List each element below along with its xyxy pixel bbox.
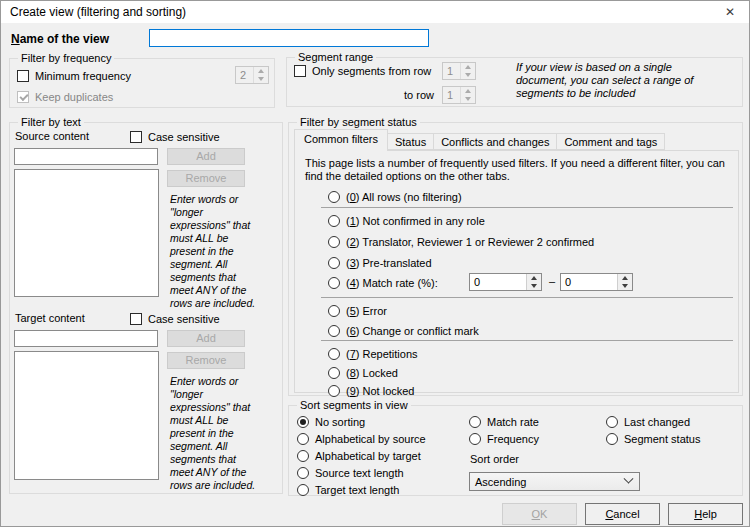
- dialog-title: Create view (filtering and sorting): [10, 1, 186, 23]
- separator: [321, 297, 733, 298]
- spinner-value: 1: [443, 63, 460, 79]
- spinner-value: 2: [236, 67, 253, 83]
- segment-status-tabs: Common filters Status Conflicts and chan…: [294, 129, 665, 151]
- sort-option-frequency[interactable]: Frequency: [469, 431, 539, 446]
- view-name-input[interactable]: [149, 29, 429, 47]
- filter-option-label: (5) Error: [346, 305, 387, 317]
- close-icon: ✕: [725, 5, 735, 19]
- filter-option-label: (2) Translator, Reviewer 1 or Reviewer 2…: [346, 236, 594, 248]
- spinner-buttons[interactable]: [526, 274, 541, 290]
- spinner-down-icon[interactable]: [254, 75, 268, 83]
- source-content-input[interactable]: [14, 148, 158, 165]
- sort-option-no-sorting[interactable]: No sorting: [297, 414, 365, 429]
- filter-option-2[interactable]: (2) Translator, Reviewer 1 or Reviewer 2…: [328, 234, 594, 249]
- minimum-frequency-spinner[interactable]: 2: [235, 66, 269, 84]
- tab-comment-and-tags[interactable]: Comment and tags: [556, 133, 665, 150]
- help-button[interactable]: Help: [668, 503, 743, 525]
- case-sensitive-label: Case sensitive: [148, 131, 220, 143]
- common-filters-tab-page: This page lists a number of frequently u…: [294, 150, 739, 393]
- sort-option-alphabetical-by-source[interactable]: Alphabetical by source: [297, 431, 426, 446]
- sort-option-source-text-length[interactable]: Source text length: [297, 465, 404, 480]
- filter-option-7[interactable]: (7) Repetitions: [328, 346, 418, 361]
- filter-option-label: (1) Not confirmed in any role: [346, 215, 485, 227]
- source-content-list[interactable]: [14, 169, 159, 297]
- minimum-frequency-checkbox[interactable]: Minimum frequency: [17, 68, 131, 83]
- sort-option-label: Alphabetical by source: [315, 433, 426, 445]
- filter-by-text-label: Filter by text: [18, 115, 84, 129]
- source-remove-button[interactable]: Remove: [167, 170, 245, 187]
- target-content-input[interactable]: [14, 330, 158, 347]
- tab-status[interactable]: Status: [387, 133, 434, 150]
- tab-common-filters[interactable]: Common filters: [294, 129, 388, 151]
- filter-option-5[interactable]: (5) Error: [328, 303, 387, 318]
- target-case-sensitive-checkbox[interactable]: Case sensitive: [130, 311, 220, 326]
- source-case-sensitive-checkbox[interactable]: Case sensitive: [130, 129, 220, 144]
- spinner-buttons[interactable]: [460, 87, 475, 103]
- spinner-up-icon[interactable]: [618, 274, 632, 282]
- radio-icon: [297, 433, 309, 445]
- checkbox-icon: [294, 65, 306, 77]
- spinner-down-icon[interactable]: [461, 95, 475, 103]
- spinner-up-icon[interactable]: [461, 87, 475, 95]
- from-row-spinner[interactable]: 1: [442, 62, 476, 80]
- target-remove-button[interactable]: Remove: [167, 352, 245, 369]
- segment-range-label: Segment range: [295, 50, 376, 64]
- spinner-down-icon[interactable]: [618, 282, 632, 290]
- radio-icon: [606, 416, 618, 428]
- target-content-list[interactable]: [14, 351, 159, 480]
- spinner-buttons[interactable]: [617, 274, 632, 290]
- match-rate-from-spinner[interactable]: 0: [469, 273, 542, 291]
- sort-option-label: Match rate: [487, 416, 539, 428]
- spinner-up-icon[interactable]: [527, 274, 541, 282]
- filter-option-label: (3) Pre-translated: [346, 257, 432, 269]
- filter-option-label: (0) All rows (no filtering): [346, 191, 462, 203]
- filter-option-8[interactable]: (8) Locked: [328, 365, 398, 380]
- spinner-down-icon[interactable]: [461, 71, 475, 79]
- radio-selected-icon: [297, 416, 309, 428]
- spinner-up-icon[interactable]: [461, 63, 475, 71]
- radio-icon: [328, 305, 340, 317]
- radio-icon: [469, 416, 481, 428]
- match-rate-to-spinner[interactable]: 0: [560, 273, 633, 291]
- spinner-up-icon[interactable]: [254, 67, 268, 75]
- only-segments-from-row-checkbox[interactable]: Only segments from row: [294, 63, 431, 78]
- spinner-buttons[interactable]: [460, 63, 475, 79]
- cancel-button[interactable]: Cancel: [585, 503, 660, 525]
- source-add-button[interactable]: Add: [167, 148, 245, 165]
- sort-option-last-changed[interactable]: Last changed: [606, 414, 690, 429]
- to-row-spinner[interactable]: 1: [442, 86, 476, 104]
- radio-icon: [297, 484, 309, 496]
- filter-option-1[interactable]: (1) Not confirmed in any role: [328, 213, 485, 228]
- ok-button[interactable]: OK: [502, 503, 577, 525]
- radio-icon: [328, 348, 340, 360]
- filter-by-segment-status-group: Filter by segment status Common filters …: [288, 122, 743, 396]
- radio-icon: [328, 325, 340, 337]
- filter-option-9[interactable]: (9) Not locked: [328, 383, 415, 398]
- sort-order-dropdown[interactable]: Ascending: [469, 472, 640, 491]
- target-add-button[interactable]: Add: [167, 330, 245, 347]
- spinner-down-icon[interactable]: [527, 282, 541, 290]
- radio-icon: [328, 257, 340, 269]
- filter-option-0[interactable]: (0) All rows (no filtering): [328, 189, 462, 204]
- sort-option-alphabetical-by-target[interactable]: Alphabetical by target: [297, 448, 421, 463]
- keep-duplicates-checkbox[interactable]: Keep duplicates: [17, 89, 113, 104]
- sort-option-match-rate[interactable]: Match rate: [469, 414, 539, 429]
- filter-option-6[interactable]: (6) Change or conflict mark: [328, 323, 479, 338]
- filter-by-frequency-group: Filter by frequency Minimum frequency 2 …: [9, 58, 275, 108]
- sort-order-value: Ascending: [470, 476, 625, 488]
- separator: [321, 207, 733, 208]
- radio-icon: [469, 433, 481, 445]
- sort-option-target-text-length[interactable]: Target text length: [297, 482, 399, 497]
- close-button[interactable]: ✕: [715, 1, 745, 23]
- tab-conflicts-and-changes[interactable]: Conflicts and changes: [433, 133, 557, 150]
- sort-option-segment-status[interactable]: Segment status: [606, 431, 700, 446]
- filter-by-text-group: Filter by text Source content Case sensi…: [9, 122, 283, 494]
- radio-icon: [606, 433, 618, 445]
- minimum-frequency-label: Minimum frequency: [35, 70, 131, 82]
- radio-icon: [328, 385, 340, 397]
- checkbox-icon: [130, 313, 142, 325]
- filter-option-4[interactable]: (4) Match rate (%):: [328, 275, 438, 290]
- filter-option-3[interactable]: (3) Pre-translated: [328, 255, 432, 270]
- spinner-buttons[interactable]: [253, 67, 268, 83]
- radio-icon: [328, 215, 340, 227]
